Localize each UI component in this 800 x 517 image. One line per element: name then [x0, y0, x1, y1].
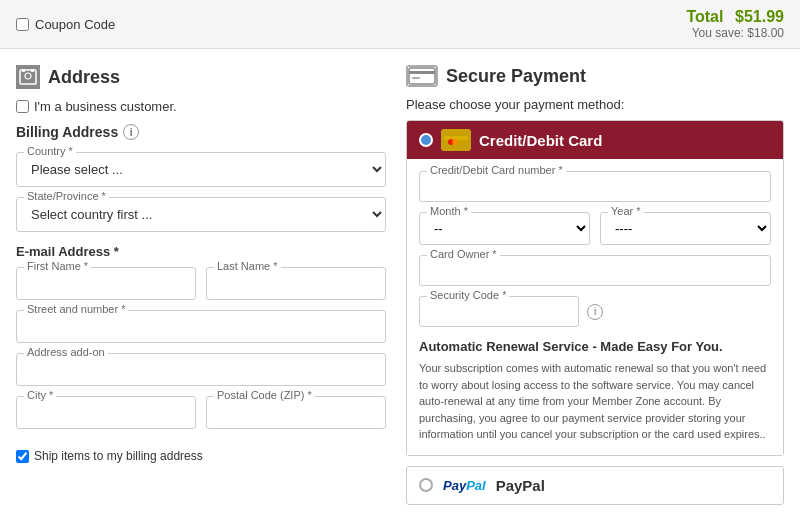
business-label: I'm a business customer. — [34, 99, 177, 114]
paypal-option[interactable]: PayPal PayPal — [406, 466, 784, 505]
choose-text: Please choose your payment method: — [406, 97, 784, 112]
card-brand-icon — [441, 129, 471, 151]
svg-rect-2 — [22, 69, 25, 72]
street-label: Street and number * — [24, 303, 128, 315]
address-addon-label: Address add-on — [24, 346, 108, 358]
address-title: Address — [48, 67, 120, 88]
city-zip-row: City * Postal Code (ZIP) * — [16, 396, 386, 439]
city-label: City * — [24, 389, 56, 401]
card-owner-field: Card Owner * — [419, 255, 771, 286]
main-content: Address I'm a business customer. Billing… — [0, 49, 800, 517]
renewal-text: Your subscription comes with automatic r… — [419, 360, 771, 443]
coupon-label: Coupon Code — [35, 17, 115, 32]
country-select[interactable]: Please select ... — [16, 152, 386, 187]
street-field: Street and number * — [16, 310, 386, 343]
security-code-label: Security Code * — [427, 289, 509, 301]
year-field: Year * ---- — [600, 212, 771, 245]
ship-label: Ship items to my billing address — [34, 449, 203, 463]
card-fields: Credit/Debit Card number * Month * -- Ye… — [407, 159, 783, 455]
paypal-logo: PayPal — [443, 478, 486, 493]
svg-rect-4 — [409, 68, 435, 84]
business-checkbox[interactable] — [16, 100, 29, 113]
last-name-label: Last Name * — [214, 260, 281, 272]
card-option-title: Credit/Debit Card — [479, 132, 602, 149]
card-radio[interactable] — [419, 133, 433, 147]
payment-icon — [406, 65, 438, 87]
state-label: State/Province * — [24, 190, 109, 202]
ship-checkbox-row: Ship items to my billing address — [16, 449, 386, 463]
paypal-label: PayPal — [496, 477, 545, 494]
first-name-field: First Name * — [16, 267, 196, 300]
email-section-label: E-mail Address * — [16, 244, 386, 259]
security-info-icon[interactable]: i — [587, 304, 603, 320]
svg-rect-0 — [20, 70, 36, 84]
card-option-header[interactable]: Credit/Debit Card — [407, 121, 783, 159]
security-row: Security Code * i — [419, 296, 771, 327]
card-owner-label: Card Owner * — [427, 248, 500, 260]
payment-title: Secure Payment — [446, 66, 586, 87]
address-icon — [16, 65, 40, 89]
address-addon-field: Address add-on — [16, 353, 386, 386]
svg-point-1 — [25, 73, 31, 79]
last-name-field: Last Name * — [206, 267, 386, 300]
svg-point-10 — [452, 139, 458, 145]
card-number-label: Credit/Debit Card number * — [427, 164, 566, 176]
paypal-radio[interactable] — [419, 478, 433, 492]
month-field: Month * -- — [419, 212, 590, 245]
city-field: City * — [16, 396, 196, 429]
first-name-label: First Name * — [24, 260, 91, 272]
month-year-row: Month * -- Year * ---- — [419, 212, 771, 245]
payment-section: Secure Payment Please choose your paymen… — [406, 65, 784, 505]
state-field: State/Province * Select country first ..… — [16, 197, 386, 232]
coupon-area: Coupon Code — [16, 17, 115, 32]
business-checkbox-row: I'm a business customer. — [16, 99, 386, 114]
svg-rect-5 — [409, 71, 435, 74]
payment-header: Secure Payment — [406, 65, 784, 87]
postal-label: Postal Code (ZIP) * — [214, 389, 315, 401]
card-payment-option: Credit/Debit Card Credit/Debit Card numb… — [406, 120, 784, 456]
country-field: Country * Please select ... — [16, 152, 386, 187]
svg-rect-6 — [412, 77, 420, 79]
total-amount: $51.99 — [735, 8, 784, 25]
month-label: Month * — [427, 205, 471, 217]
svg-rect-3 — [31, 69, 34, 72]
year-label: Year * — [608, 205, 644, 217]
top-bar: Coupon Code Total $51.99 You save: $18.0… — [0, 0, 800, 49]
total-label: Total — [686, 8, 723, 25]
renewal-title: Automatic Renewal Service - Made Easy Fo… — [419, 339, 771, 354]
total-area: Total $51.99 You save: $18.00 — [686, 8, 784, 40]
address-header: Address — [16, 65, 386, 89]
billing-header: Billing Address i — [16, 124, 386, 140]
postal-field: Postal Code (ZIP) * — [206, 396, 386, 429]
state-select[interactable]: Select country first ... — [16, 197, 386, 232]
coupon-checkbox[interactable] — [16, 18, 29, 31]
ship-checkbox[interactable] — [16, 450, 29, 463]
security-code-field: Security Code * — [419, 296, 579, 327]
address-section: Address I'm a business customer. Billing… — [16, 65, 386, 505]
country-label: Country * — [24, 145, 76, 157]
card-number-field: Credit/Debit Card number * — [419, 171, 771, 202]
you-save: You save: $18.00 — [686, 26, 784, 40]
billing-info-icon[interactable]: i — [123, 124, 139, 140]
